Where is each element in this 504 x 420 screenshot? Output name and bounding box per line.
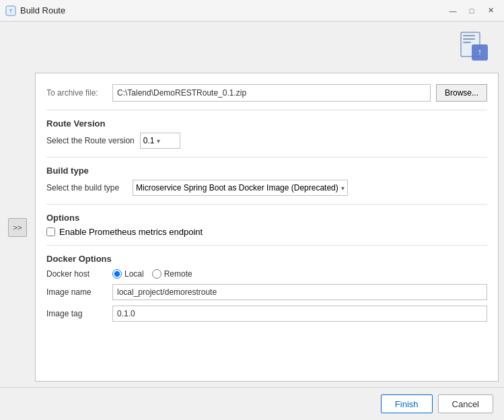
minimize-button[interactable]: — — [445, 4, 461, 18]
docker-host-row: Docker host Local Remote — [46, 269, 487, 279]
route-version-select[interactable]: 0.1 ▾ — [140, 133, 180, 149]
divider-1 — [46, 110, 487, 110]
remote-radio[interactable] — [152, 269, 161, 279]
image-name-label: Image name — [46, 287, 107, 297]
route-version-title: Route Version — [46, 118, 487, 129]
route-version-section: Route Version Select the Route version 0… — [46, 118, 487, 149]
archive-file-row: To archive file: Browse... — [46, 84, 487, 102]
route-version-row: Select the Route version 0.1 ▾ — [46, 133, 487, 149]
prometheus-checkbox[interactable] — [46, 228, 55, 236]
header-icon: ↑ — [456, 30, 493, 67]
svg-text:T: T — [9, 8, 13, 14]
maximize-button[interactable]: □ — [464, 4, 480, 18]
svg-rect-5 — [463, 42, 471, 43]
docker-options-title: Docker Options — [46, 254, 487, 264]
options-section: Options Enable Prometheus metrics endpoi… — [46, 213, 487, 237]
docker-options-section: Docker Options Docker host Local Remote — [46, 254, 487, 322]
image-name-input[interactable] — [112, 284, 487, 300]
docker-host-radio-group: Local Remote — [112, 269, 192, 279]
build-type-row: Select the build type Microservice Sprin… — [46, 180, 487, 196]
build-type-value: Microservice Spring Boot as Docker Image… — [136, 183, 338, 193]
archive-input[interactable] — [112, 84, 431, 102]
build-type-arrow: ▾ — [341, 184, 345, 192]
window-title: Build Route — [20, 5, 445, 15]
build-type-select[interactable]: Microservice Spring Boot as Docker Image… — [133, 180, 348, 196]
build-type-section: Build type Select the build type Microse… — [46, 166, 487, 196]
svg-rect-3 — [463, 35, 475, 36]
prometheus-label: Enable Prometheus metrics endpoint — [59, 227, 203, 237]
build-type-title: Build type — [46, 166, 487, 176]
prometheus-row: Enable Prometheus metrics endpoint — [46, 227, 487, 237]
footer: Finish Cancel — [0, 387, 504, 420]
expand-button[interactable]: >> — [8, 218, 27, 237]
cancel-button[interactable]: Cancel — [438, 394, 493, 413]
local-label: Local — [124, 269, 144, 279]
remote-radio-option[interactable]: Remote — [152, 269, 192, 279]
options-title: Options — [46, 213, 487, 223]
divider-3 — [46, 204, 487, 205]
remote-label: Remote — [164, 269, 192, 279]
svg-text:↑: ↑ — [478, 46, 482, 57]
archive-label: To archive file: — [46, 88, 107, 98]
route-version-value: 0.1 — [143, 136, 155, 145]
window-controls: — □ ✕ — [445, 4, 499, 18]
image-name-row: Image name — [46, 284, 487, 300]
dialog-body: >> To archive file: Browse... Route Vers… — [5, 73, 499, 382]
local-radio-option[interactable]: Local — [112, 269, 144, 279]
docker-host-label: Docker host — [46, 269, 107, 279]
build-type-label: Select the build type — [46, 183, 127, 193]
main-panel: To archive file: Browse... Route Version… — [35, 73, 499, 382]
image-tag-wrap — [112, 306, 487, 322]
image-tag-label: Image tag — [46, 309, 107, 318]
image-name-wrap — [112, 284, 487, 300]
divider-4 — [46, 245, 487, 246]
title-bar: T Build Route — □ ✕ — [0, 0, 504, 22]
route-version-arrow: ▾ — [157, 137, 160, 145]
close-button[interactable]: ✕ — [482, 4, 499, 18]
divider-2 — [46, 157, 487, 158]
route-version-label: Select the Route version — [46, 136, 135, 145]
image-tag-input[interactable] — [112, 306, 487, 322]
side-panel: >> — [5, 73, 30, 382]
main-content: ↑ >> To archive file: Browse... Route Ve… — [0, 22, 504, 387]
local-radio[interactable] — [112, 269, 122, 279]
svg-rect-4 — [463, 38, 475, 40]
header-area: ↑ — [5, 27, 499, 73]
image-tag-row: Image tag — [46, 306, 487, 322]
app-icon: T — [5, 5, 16, 16]
browse-button[interactable]: Browse... — [436, 84, 487, 102]
finish-button[interactable]: Finish — [381, 394, 433, 413]
